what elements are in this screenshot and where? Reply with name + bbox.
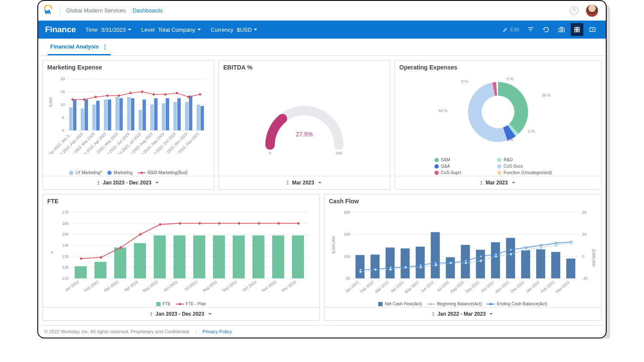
svg-rect-148	[476, 250, 485, 278]
svg-rect-143	[401, 248, 410, 278]
svg-rect-142	[386, 247, 395, 278]
svg-text:#: #	[50, 251, 54, 253]
chevron-down-icon	[489, 312, 493, 316]
page-footer: © 2022 Workday, Inc. All rights reserved…	[38, 325, 606, 338]
svg-rect-102	[79, 257, 82, 260]
kebab-icon[interactable]: ⋮	[102, 43, 108, 50]
svg-text:5 %: 5 %	[507, 138, 513, 142]
cashflow-chart: 50100150200 -1001020 $,000,000 $,000,000…	[328, 206, 598, 296]
svg-rect-33	[154, 98, 158, 130]
filter-bar: Finance Time 3/31/2023 Level Total Compa…	[38, 21, 606, 39]
svg-point-1	[561, 29, 563, 31]
svg-text:May 2022: May 2022	[404, 280, 420, 294]
svg-text:38 %: 38 %	[542, 93, 551, 97]
tab-financial-analysis[interactable]: Financial Analysis⋮	[48, 43, 111, 55]
privacy-link[interactable]: Privacy Policy	[203, 329, 232, 334]
svg-point-155	[359, 268, 361, 270]
svg-text:Aug 2022: Aug 2022	[450, 280, 465, 294]
chevron-down-icon	[155, 181, 159, 185]
svg-rect-28	[127, 97, 131, 130]
card-cash-flow: Cash Flow 50100150200 -1001020 $,000,000…	[324, 194, 601, 321]
filter-level-value[interactable]: Total Company	[158, 27, 209, 33]
pin-icon: ⟟	[480, 180, 482, 186]
svg-point-164	[495, 253, 497, 255]
svg-rect-90	[75, 266, 87, 278]
svg-text:Apr 2022: Apr 2022	[390, 280, 404, 293]
help-icon[interactable]: ?	[570, 6, 578, 15]
svg-text:Feb 2022: Feb 2022	[359, 280, 375, 294]
present-icon[interactable]	[586, 23, 599, 36]
svg-text:20: 20	[582, 210, 586, 214]
copyright-text: © 2022 Workday, Inc. All rights reserved…	[44, 329, 189, 334]
edit-button[interactable]: Edit	[502, 27, 519, 33]
svg-rect-24	[104, 100, 107, 130]
card-ebitda: EBITDA % 27.9% 0 100 ⟟Mar 2023	[219, 60, 390, 190]
svg-rect-49	[152, 93, 155, 96]
svg-text:Dec 2023: Dec 2023	[281, 280, 297, 293]
svg-rect-100	[272, 235, 284, 278]
filter-icon[interactable]	[524, 23, 537, 36]
card-title: Cash Flow	[325, 194, 601, 206]
card-title: FTE	[43, 194, 319, 206]
snapshot-icon[interactable]	[555, 23, 568, 36]
svg-text:-10: -10	[582, 276, 588, 281]
chevron-down-icon	[128, 27, 132, 33]
card-title: EBITDA %	[219, 60, 390, 72]
svg-rect-141	[371, 255, 380, 278]
svg-point-182	[540, 247, 542, 248]
svg-rect-153	[551, 252, 560, 278]
chevron-down-icon	[208, 312, 212, 316]
svg-rect-44	[94, 95, 97, 98]
svg-rect-101	[292, 235, 304, 278]
user-avatar[interactable]	[586, 5, 598, 17]
refresh-icon[interactable]	[540, 23, 553, 36]
svg-point-175	[435, 264, 437, 266]
svg-text:Jul 2022: Jul 2022	[436, 280, 450, 293]
svg-rect-98	[233, 235, 245, 278]
svg-text:Feb 2023: Feb 2023	[83, 280, 99, 293]
card-range-selector[interactable]: ⟟Mar 2023	[219, 176, 390, 189]
svg-rect-45	[106, 94, 109, 97]
svg-text:150: 150	[344, 232, 350, 236]
svg-rect-29	[131, 98, 134, 130]
filter-currency-value[interactable]: $USD	[237, 27, 266, 33]
svg-rect-93	[134, 243, 146, 278]
svg-text:200: 200	[344, 210, 350, 214]
svg-rect-4	[575, 30, 577, 32]
svg-text:20: 20	[61, 77, 65, 81]
card-range-selector[interactable]: ⟟Jan 2023 - Dec 2023	[43, 176, 214, 189]
svg-rect-21	[85, 100, 88, 130]
svg-point-180	[510, 253, 512, 255]
svg-rect-35	[166, 98, 169, 130]
chart-legend: LY Marketing* Marketing 6500 Marketing(B…	[43, 169, 214, 176]
workday-logo[interactable]	[43, 5, 60, 16]
pin-icon: ⟟	[97, 180, 99, 186]
card-range-selector[interactable]: ⟟Jan 2022 - Mar 2023	[325, 307, 601, 320]
card-range-selector[interactable]: ⟟Jan 2023 - Dec 2023	[43, 307, 319, 320]
card-fte: FTE 110120130140150160170 # Jan 2023Feb …	[43, 194, 320, 321]
breadcrumb-link[interactable]: Dashboards	[133, 7, 163, 14]
grid-view-icon[interactable]	[571, 23, 583, 36]
svg-text:Jan 2022, Jan 2...: Jan 2022, Jan 2...	[48, 132, 73, 154]
svg-rect-22	[92, 105, 96, 130]
filter-time-value[interactable]: 3/31/2023	[101, 27, 140, 33]
svg-text:Jan 2023: Jan 2023	[64, 280, 79, 292]
svg-text:27.9%: 27.9%	[296, 131, 313, 138]
tab-row: Financial Analysis⋮	[38, 39, 606, 56]
svg-point-179	[495, 255, 497, 257]
card-range-selector[interactable]: ⟟Mar 2023	[395, 176, 601, 189]
svg-rect-96	[193, 235, 205, 278]
svg-text:Mar 2023: Mar 2023	[103, 280, 119, 293]
org-name: Global Modern Services	[66, 7, 126, 14]
svg-point-177	[465, 262, 467, 264]
svg-rect-111	[257, 222, 260, 225]
svg-point-168	[555, 242, 557, 244]
svg-text:Sep 2023: Sep 2023	[222, 280, 237, 293]
svg-rect-152	[536, 249, 545, 278]
svg-text:130: 130	[62, 254, 69, 259]
page-title: Finance	[45, 25, 76, 34]
svg-text:Feb 2023: Feb 2023	[540, 280, 556, 294]
svg-text:Jan 2022: Jan 2022	[344, 280, 359, 293]
svg-point-181	[525, 249, 527, 250]
svg-text:140: 140	[62, 243, 69, 247]
